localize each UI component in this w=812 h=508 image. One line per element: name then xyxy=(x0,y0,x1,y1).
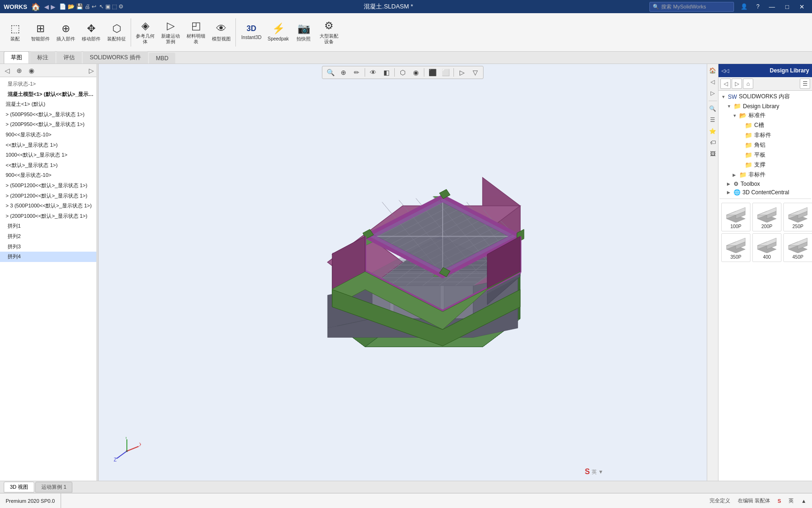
tab-annotation[interactable]: 标注 xyxy=(30,51,55,64)
canvas-zoom-btn[interactable]: ⊕ xyxy=(337,67,350,78)
toolbar-btn-speedpak[interactable]: ⚡ Speedpak xyxy=(266,16,290,49)
toolbar-btn-snapshot[interactable]: 📷 拍快照 xyxy=(291,16,316,49)
left-panel-back-btn[interactable]: ◁ xyxy=(2,65,12,76)
left-panel-home-btn[interactable]: ⊕ xyxy=(14,65,24,76)
tree-flat-plate[interactable]: 📁 平板 xyxy=(719,150,811,160)
sidebar-forward-btn[interactable]: ▷ xyxy=(708,88,718,98)
tree-item-p2[interactable]: > (200P950<<默认>_显示状态 1>) xyxy=(0,119,98,130)
tree-non-standard2[interactable]: ▶ 📁 非标件 xyxy=(719,170,811,180)
nav-back-btn[interactable]: ◁ xyxy=(720,79,731,89)
tree-toolbox[interactable]: ▶ ⚙ Toolbox xyxy=(719,180,811,188)
part-100p[interactable]: 100P xyxy=(721,203,750,231)
part-200p[interactable]: 200P xyxy=(752,203,781,231)
canvas-play-btn[interactable]: ▷ xyxy=(456,67,468,78)
tree-item-p9[interactable]: > (200P1200<<默认>_显示状态 1>) xyxy=(0,191,98,201)
panel-collapse-btn[interactable]: ◁◁ xyxy=(721,68,729,74)
tree-item-p7[interactable]: 900<<显示状态-10> xyxy=(0,170,98,181)
tab-plugins[interactable]: SOLIDWORKS 插件 xyxy=(83,51,148,64)
tree-item-model[interactable]: 混凝土模型<1> (默认<<默认>_显示状态 1>) xyxy=(0,89,98,100)
open-icon[interactable]: 📂 xyxy=(68,3,75,10)
sidebar-search-btn[interactable]: 🔍 xyxy=(708,104,718,113)
home-icon[interactable]: 🏠 xyxy=(31,2,40,11)
tree-non-standard[interactable]: 📁 非标件 xyxy=(719,130,811,140)
sidebar-star-btn[interactable]: ⭐ xyxy=(708,127,718,136)
left-panel-splitter[interactable] xyxy=(96,64,98,481)
search-box[interactable]: 🔍 搜索 MySolidWorks xyxy=(649,2,734,12)
tree-c-channel[interactable]: 📁 C槽 xyxy=(719,120,811,130)
part-250p[interactable]: 250P xyxy=(783,203,812,231)
toolbar-btn-move-part[interactable]: ✥ 移动部件 xyxy=(79,16,103,49)
tree-item-p10[interactable]: > 3 (500P1000<<默认>_显示状态 1>) xyxy=(0,201,98,211)
tree-item-array3[interactable]: 拼列3 xyxy=(0,242,98,252)
nav-forward[interactable]: ▶ xyxy=(51,3,55,10)
canvas-cursor-btn[interactable]: ✏ xyxy=(351,67,363,78)
canvas-display-btn[interactable]: ⬡ xyxy=(397,67,409,78)
canvas-search-btn[interactable]: 🔍 xyxy=(324,67,336,78)
cursor-icon[interactable]: ↖ xyxy=(99,3,104,10)
tree-item-p5[interactable]: 1000<<默认>_显示状态 1> xyxy=(0,150,98,160)
nav-home-btn[interactable]: ⌂ xyxy=(743,79,753,89)
tab-evaluate[interactable]: 评估 xyxy=(56,51,82,64)
sidebar-home-btn[interactable]: 🏠 xyxy=(708,66,718,75)
help-icon[interactable]: ? xyxy=(753,2,762,11)
tree-item-display-state[interactable]: 显示状态-1> xyxy=(0,79,98,89)
tree-item-p8[interactable]: > (500P1200<<默认>_显示状态 1>) xyxy=(0,181,98,191)
sidebar-list-btn[interactable]: ☰ xyxy=(708,115,718,125)
new-icon[interactable]: 📄 xyxy=(59,3,66,10)
tree-item-p11[interactable]: > (200P1000<<默认>_显示状态 1>) xyxy=(0,211,98,222)
save-icon[interactable]: 💾 xyxy=(76,3,83,10)
canvas-view-btn[interactable]: 👁 xyxy=(367,67,379,78)
tree-item-p3[interactable]: 900<<显示状态-10> xyxy=(0,130,98,140)
tree-item-p1[interactable]: > (500P950<<默认>_显示状态 1>) xyxy=(0,110,98,120)
tree-angle-iron[interactable]: 📁 角铝 xyxy=(719,140,811,150)
canvas-hide-btn[interactable]: ⬛ xyxy=(426,67,438,78)
part-450p[interactable]: 450P xyxy=(783,233,812,262)
canvas-area[interactable]: 🔍 ⊕ ✏ 👁 ◧ ⬡ ◉ ⬛ ⬜ ▷ ▽ xyxy=(99,64,707,481)
toolbar-btn-large-assembly[interactable]: ⚙ 大型装配设备 xyxy=(317,16,341,49)
canvas-appear-btn[interactable]: ⬜ xyxy=(439,67,452,78)
toolbar-btn-insert-part[interactable]: ⊕ 插入部件 xyxy=(54,16,78,49)
part-400[interactable]: 400 xyxy=(752,233,781,262)
settings-icon[interactable]: ⚙ xyxy=(118,3,124,10)
sidebar-image-btn[interactable]: 🖼 xyxy=(708,149,718,159)
bottom-tab-3d[interactable]: 3D 视图 xyxy=(4,482,34,492)
tree-item-p4[interactable]: <<默认>_显示状态 1>) xyxy=(0,140,98,151)
toolbar-btn-assembly[interactable]: ⬚ 装配 xyxy=(3,16,27,49)
user-icon[interactable]: 👤 xyxy=(738,2,750,11)
status-expand[interactable]: ▲ xyxy=(801,498,806,504)
tree-support[interactable]: 📁 支撑 xyxy=(719,160,811,170)
left-panel-expand-btn[interactable]: ▷ xyxy=(86,65,96,76)
nav-back[interactable]: ◀ xyxy=(44,3,49,10)
minimize-btn[interactable]: — xyxy=(765,2,779,11)
tree-standard-parts[interactable]: ▼ 📂 标准件 xyxy=(719,111,811,120)
toolbar-btn-materials[interactable]: ◰ 材料明细表 xyxy=(184,16,208,49)
tree-item-array1[interactable]: 拼列1 xyxy=(0,221,98,231)
tree-item-concrete[interactable]: 混凝土<1> (默认) xyxy=(0,99,98,110)
tree-item-array2[interactable]: 拼列2 xyxy=(0,231,98,242)
toolbar-btn-new-motion[interactable]: ▷ 新建运动算例 xyxy=(158,16,183,49)
tab-sketch[interactable]: 草图 xyxy=(4,51,29,64)
toolbar-btn-view-mode[interactable]: 👁 模型视图 xyxy=(209,16,234,49)
tree-design-library[interactable]: ▼ 📁 Design Library xyxy=(719,102,811,111)
toolbar-btn-smart-parts[interactable]: ⊞ 智能部件 xyxy=(28,16,53,49)
tree-3d-content[interactable]: ▶ 🌐 3D ContentCentral xyxy=(719,188,811,197)
canvas-section-btn[interactable]: ◉ xyxy=(410,67,422,78)
tree-solidworks-content[interactable]: ▼ SW SOLIDWORKS 内容 xyxy=(719,92,811,102)
status-lang-text[interactable]: 英 xyxy=(789,497,794,504)
maximize-btn[interactable]: □ xyxy=(781,2,793,11)
toolbar-btn-assembly-feat[interactable]: ⬡ 装配特征 xyxy=(104,16,129,49)
status-lang[interactable]: S xyxy=(778,498,781,504)
tab-mbd[interactable]: MBD xyxy=(149,53,176,64)
box-icon[interactable]: ⬚ xyxy=(112,3,117,10)
print-icon[interactable]: 🖨 xyxy=(85,3,90,10)
bottom-tab-motion[interactable]: 运动算例 1 xyxy=(35,482,72,492)
nav-menu-btn[interactable]: ☰ xyxy=(800,79,810,89)
close-btn[interactable]: ✕ xyxy=(796,2,808,11)
canvas-shading-btn[interactable]: ◧ xyxy=(380,67,392,78)
sidebar-tag-btn[interactable]: 🏷 xyxy=(708,138,718,147)
undo-icon[interactable]: ↩ xyxy=(92,3,96,10)
part-350p[interactable]: 350P xyxy=(721,233,750,262)
language-indicator[interactable]: 英 ▼ xyxy=(592,468,603,476)
nav-forward-btn[interactable]: ▷ xyxy=(732,79,742,89)
canvas-more-btn[interactable]: ▽ xyxy=(469,67,481,78)
